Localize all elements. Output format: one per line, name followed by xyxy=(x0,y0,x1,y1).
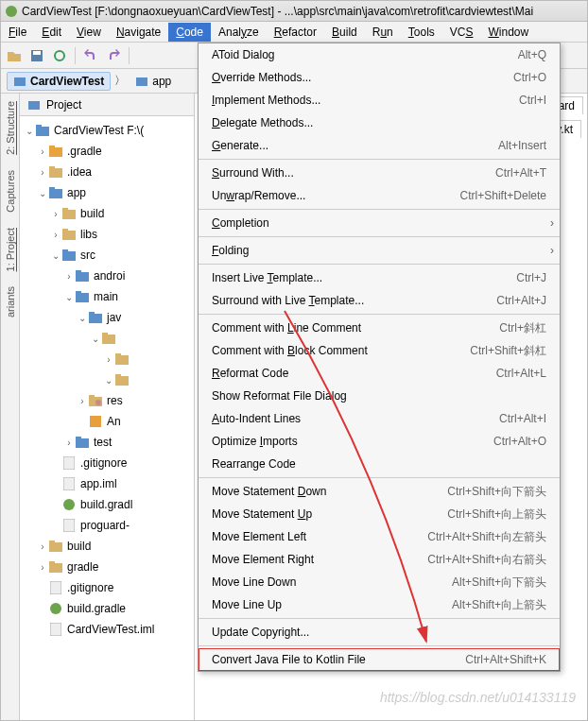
svg-rect-43 xyxy=(49,542,62,552)
tree-node[interactable]: app.iml xyxy=(20,473,194,494)
menu-item[interactable]: Surround with Live Template...Ctrl+Alt+J xyxy=(199,289,560,312)
menu-item[interactable]: Move Statement UpCtrl+Shift+向上箭头 xyxy=(199,503,560,525)
app-icon xyxy=(5,5,18,18)
menu-item[interactable]: Move Line UpAlt+Shift+向上箭头 xyxy=(199,593,560,616)
menu-analyze[interactable]: Analyze xyxy=(211,23,267,42)
svg-rect-28 xyxy=(102,333,108,335)
toolbar-separator xyxy=(129,47,130,64)
menu-item[interactable]: Generate...Alt+Insert xyxy=(199,134,560,157)
svg-rect-34 xyxy=(89,395,95,398)
svg-rect-5 xyxy=(136,77,147,86)
menu-item[interactable]: Folding xyxy=(199,239,560,262)
svg-point-3 xyxy=(55,51,64,60)
svg-rect-49 xyxy=(50,623,61,636)
tree-node[interactable]: .gitignore xyxy=(20,453,194,473)
open-icon[interactable] xyxy=(7,48,22,63)
menu-item[interactable]: Move Line DownAlt+Shift+向下箭头 xyxy=(199,571,560,593)
menu-item[interactable]: Rearrange Code xyxy=(199,453,560,475)
tree-node[interactable]: ›build xyxy=(20,203,194,224)
menu-item[interactable]: Unwrap/Remove...Ctrl+Shift+Delete xyxy=(199,184,560,207)
code-menu-dropdown[interactable]: AToid DialogAlt+QOverride Methods...Ctrl… xyxy=(198,43,561,672)
project-icon xyxy=(27,98,41,112)
tree-node[interactable]: ⌄main xyxy=(20,286,194,307)
menu-tools[interactable]: Tools xyxy=(401,23,442,42)
tree-node[interactable]: An xyxy=(20,411,194,432)
tree-node[interactable]: ⌄src xyxy=(20,245,194,266)
save-icon[interactable] xyxy=(29,48,44,63)
menu-refactor[interactable]: Refactor xyxy=(267,23,324,42)
tree-node[interactable]: ›gradle xyxy=(20,557,194,577)
project-pane-header[interactable]: Project xyxy=(20,94,194,116)
svg-rect-7 xyxy=(36,127,49,136)
folder-icon xyxy=(48,164,63,180)
menu-item[interactable]: Optimize ImportsCtrl+Alt+O xyxy=(199,430,560,453)
menu-item[interactable]: Auto-Indent LinesCtrl+Alt+I xyxy=(199,407,560,430)
tree-node[interactable]: ›.gradle xyxy=(20,141,194,162)
menu-item[interactable]: Completion xyxy=(199,212,560,234)
menu-run[interactable]: Run xyxy=(365,23,401,42)
menu-item[interactable]: Insert Live Template...Ctrl+J xyxy=(199,266,560,289)
menu-item[interactable]: Move Element RightCtrl+Alt+Shift+向右箭头 xyxy=(199,548,560,571)
menu-item[interactable]: AToid DialogAlt+Q xyxy=(199,43,560,66)
breadcrumb-module[interactable]: app xyxy=(130,73,177,90)
svg-rect-38 xyxy=(76,437,81,439)
menu-item[interactable]: Move Statement DownCtrl+Shift+向下箭头 xyxy=(199,480,560,503)
menu-item[interactable]: Override Methods...Ctrl+O xyxy=(199,66,560,89)
breadcrumb-project[interactable]: CardViewTest xyxy=(7,72,111,91)
side-tab-project[interactable]: 1: Project xyxy=(3,220,18,279)
gradle-icon xyxy=(48,601,63,616)
file-icon xyxy=(48,580,63,595)
gradle-icon xyxy=(61,497,77,512)
tree-node[interactable]: proguard- xyxy=(20,515,194,536)
menubar[interactable]: FileEditViewNavigateCodeAnalyzeRefactorB… xyxy=(1,22,587,43)
tree-node[interactable]: ›test xyxy=(20,432,194,453)
redo-icon[interactable] xyxy=(106,48,121,63)
tree-node[interactable]: ⌄ xyxy=(20,369,194,390)
menu-item[interactable]: Delegate Methods... xyxy=(199,112,560,134)
tree-node[interactable]: ⌄jav xyxy=(20,307,194,328)
side-tab-variants[interactable]: ariants xyxy=(3,279,18,325)
svg-rect-22 xyxy=(76,270,81,273)
side-tab-captures[interactable]: Captures xyxy=(3,163,18,220)
menu-item[interactable]: Surround With...Ctrl+Alt+T xyxy=(199,162,560,184)
menu-vcs[interactable]: VCS xyxy=(442,23,481,42)
tree-node[interactable]: CardViewTest.iml xyxy=(20,619,194,640)
tree-node[interactable]: .gitignore xyxy=(20,577,194,598)
tree-node[interactable]: build.gradle xyxy=(20,598,194,619)
tree-node[interactable]: ›libs xyxy=(20,224,194,245)
menu-item[interactable]: Move Element LeftCtrl+Alt+Shift+向左箭头 xyxy=(199,525,560,548)
sync-icon[interactable] xyxy=(52,48,67,63)
svg-rect-36 xyxy=(90,416,101,427)
undo-icon[interactable] xyxy=(83,48,98,63)
tree-node[interactable]: ⌄CardViewTest F:\( xyxy=(20,120,194,141)
menu-item[interactable]: Implement Methods...Ctrl+I xyxy=(199,89,560,112)
menu-item[interactable]: Comment with Block CommentCtrl+Shift+斜杠 xyxy=(199,339,560,362)
tree-node[interactable]: ›.idea xyxy=(20,162,194,182)
tree-node[interactable]: ›build xyxy=(20,536,194,557)
menu-view[interactable]: View xyxy=(69,23,109,42)
svg-rect-31 xyxy=(115,376,129,386)
tree-node[interactable]: ›androi xyxy=(20,266,194,286)
svg-point-48 xyxy=(50,603,61,614)
menu-item[interactable]: Show Reformat File Dialog xyxy=(199,385,560,407)
menu-item[interactable]: Update Copyright... xyxy=(199,621,560,644)
tree-node[interactable]: › xyxy=(20,349,194,369)
tree-node[interactable]: ⌄app xyxy=(20,182,194,203)
menu-item[interactable]: Convert Java File to Kotlin FileCtrl+Alt… xyxy=(199,648,560,671)
menu-build[interactable]: Build xyxy=(324,23,365,42)
tree-node[interactable]: ⌄ xyxy=(20,328,194,349)
menu-edit[interactable]: Edit xyxy=(34,23,69,42)
project-tree[interactable]: ⌄CardViewTest F:\(›.gradle›.idea⌄app›bui… xyxy=(20,116,194,720)
tree-node[interactable]: build.gradl xyxy=(20,494,194,515)
menu-code[interactable]: Code xyxy=(168,23,211,42)
menu-navigate[interactable]: Navigate xyxy=(109,23,168,42)
folder-icon xyxy=(61,227,77,242)
svg-rect-24 xyxy=(76,291,81,294)
menu-item[interactable]: Comment with Line CommentCtrl+斜杠 xyxy=(199,317,560,339)
menu-file[interactable]: File xyxy=(1,23,34,42)
window-title: CardViewTest [F:\dongnaoxueyuan\CardView… xyxy=(22,5,533,18)
tree-node[interactable]: ›res xyxy=(20,390,194,411)
side-tab-structure[interactable]: 2: Structure xyxy=(3,94,18,163)
menu-window[interactable]: Window xyxy=(480,23,536,42)
menu-item[interactable]: Reformat CodeCtrl+Alt+L xyxy=(199,362,560,385)
